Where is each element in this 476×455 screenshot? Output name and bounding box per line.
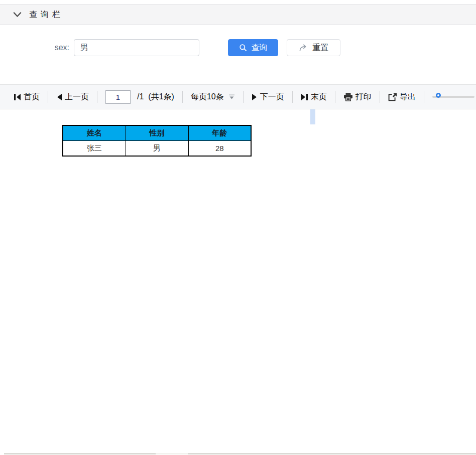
table-header-cell-gender: 性别 — [126, 125, 188, 140]
prev-page-label: 上一页 — [65, 92, 89, 102]
vertical-scrollbar-thumb[interactable] — [310, 109, 315, 124]
horizontal-scrollbar[interactable] — [4, 453, 476, 454]
zoom-slider-handle[interactable] — [436, 93, 441, 98]
query-bar-collapse-header[interactable]: 查询栏 — [0, 4, 476, 25]
toolbar-separator — [424, 91, 424, 103]
toolbar-separator — [335, 91, 335, 103]
printer-icon — [343, 93, 353, 101]
toolbar-separator — [292, 91, 293, 103]
query-bar-title: 查询栏 — [29, 10, 64, 20]
table-cell-age: 28 — [188, 140, 251, 156]
search-icon — [239, 44, 247, 52]
last-page-icon — [301, 93, 308, 101]
next-page-button[interactable]: 下一页 — [252, 92, 284, 102]
result-table: 姓名 性别 年龄 张三 男 28 — [62, 125, 252, 157]
toolbar-separator — [97, 91, 97, 103]
table-row: 张三 男 28 — [63, 140, 251, 156]
sex-field-label: sex: — [48, 43, 69, 52]
print-label: 打印 — [355, 92, 372, 102]
zoom-slider-track[interactable] — [432, 96, 474, 98]
app-window: 查询栏 sex: 查询 重置 首页 — [0, 0, 476, 455]
table-cell-gender: 男 — [126, 140, 188, 156]
next-page-icon — [252, 93, 258, 101]
print-button[interactable]: 打印 — [343, 92, 372, 102]
table-header-row: 姓名 性别 年龄 — [63, 125, 251, 140]
prev-page-button[interactable]: 上一页 — [56, 92, 89, 102]
page-size-dropdown[interactable]: 每页10条 — [191, 92, 235, 102]
first-page-label: 首页 — [24, 92, 40, 102]
reset-button-label: 重置 — [313, 43, 329, 53]
sex-input[interactable] — [74, 39, 199, 56]
redo-arrow-icon — [299, 44, 308, 52]
last-page-button[interactable]: 末页 — [301, 92, 327, 102]
first-page-button[interactable]: 首页 — [14, 92, 40, 102]
search-button[interactable]: 查询 — [228, 39, 278, 56]
export-icon — [388, 93, 397, 101]
reset-button[interactable]: 重置 — [287, 39, 340, 56]
prev-page-icon — [56, 93, 62, 101]
dropdown-arrow-icon — [228, 94, 235, 100]
table-header-cell-age: 年龄 — [188, 125, 251, 140]
toolbar-separator — [380, 91, 380, 103]
chevron-down-icon[interactable] — [13, 12, 22, 18]
search-button-label: 查询 — [252, 43, 268, 53]
total-records: (共1条) — [148, 92, 174, 102]
toolbar-separator — [48, 91, 48, 103]
next-page-label: 下一页 — [260, 92, 284, 102]
table-header-cell-name: 姓名 — [63, 125, 126, 140]
export-label: 导出 — [400, 92, 416, 102]
toolbar-separator — [243, 91, 244, 103]
first-page-icon — [14, 93, 21, 101]
page-number-input[interactable] — [105, 90, 131, 104]
horizontal-scrollbar-thumb[interactable] — [156, 453, 188, 454]
page-size-label: 每页10条 — [191, 92, 224, 102]
toolbar-separator — [182, 91, 183, 103]
table-cell-name: 张三 — [63, 140, 126, 156]
pager-toolbar: 首页 上一页 /1 (共1条) 每页10条 下一页 — [0, 84, 476, 109]
page-fraction: /1 — [137, 92, 144, 101]
last-page-label: 末页 — [311, 92, 327, 102]
export-button[interactable]: 导出 — [388, 92, 416, 102]
query-form: sex: 查询 重置 — [0, 39, 476, 56]
